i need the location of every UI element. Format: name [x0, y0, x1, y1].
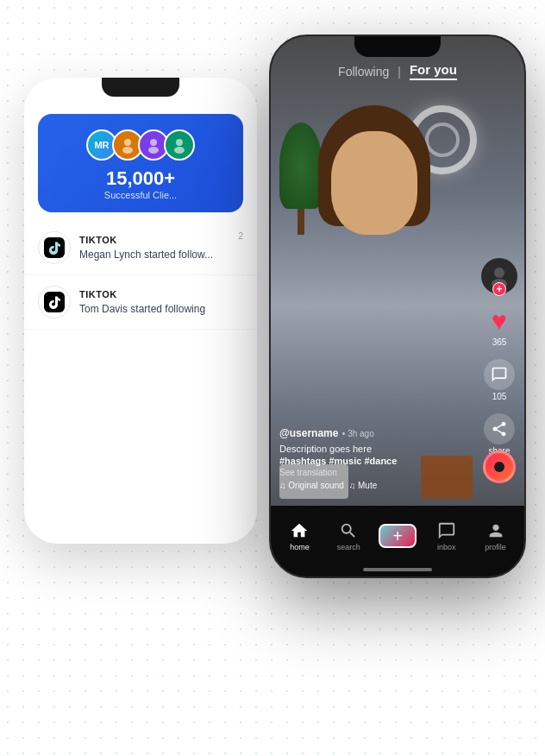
svg-point-5: [174, 147, 185, 154]
svg-rect-7: [44, 292, 65, 312]
comment-icon: [484, 359, 515, 390]
person-face-skin: [331, 131, 417, 235]
nav-create[interactable]: +: [373, 524, 423, 548]
header-divider: |: [398, 65, 401, 79]
back-phone-notch: [102, 78, 179, 97]
plus-icon: +: [392, 527, 403, 545]
tiktok-header: Following | For you: [271, 62, 524, 80]
tiktok-icon-1: [38, 231, 71, 264]
video-description: Description goes here: [279, 443, 477, 456]
search-icon: [339, 521, 358, 540]
svg-point-2: [150, 139, 157, 146]
heart-icon: ♥: [492, 306, 507, 336]
plant-decoration: [279, 123, 323, 226]
avatar-3: [164, 129, 195, 161]
home-label: home: [290, 543, 310, 551]
music-disc: [483, 450, 516, 483]
video-username: @username: [279, 427, 338, 439]
profile-icon: [486, 521, 505, 540]
profile-avatar: +: [481, 258, 517, 294]
stats-card: MR 15,000+ Successful Clie...: [38, 114, 243, 212]
plant-stem: [298, 209, 304, 235]
inbox-icon: [437, 521, 456, 540]
nav-home[interactable]: home: [275, 521, 324, 551]
tiktok-icon-2: [38, 286, 71, 318]
video-time: • 3h ago: [342, 429, 374, 438]
plant-leaves: [279, 123, 323, 209]
mute-label[interactable]: ♫ Mute: [349, 481, 378, 490]
share-action[interactable]: share: [484, 413, 515, 456]
notification-item-2: TIKTOK Tom Davis started following: [24, 275, 257, 330]
video-hashtags: #hashtags #music #dance: [279, 456, 477, 466]
svg-rect-6: [44, 237, 65, 258]
nav-inbox[interactable]: inbox: [422, 521, 471, 551]
tiktok-bottom-nav: home search + inbox profile: [271, 506, 524, 576]
svg-point-0: [124, 139, 131, 146]
search-label: search: [337, 543, 360, 551]
ring-light-inner: [425, 123, 460, 157]
stats-subtitle: Successful Clie...: [52, 190, 229, 200]
home-icon: [290, 521, 309, 540]
audio-label: ♫ Original sound: [279, 481, 344, 490]
follow-plus-icon: +: [492, 282, 506, 296]
back-phone: MR 15,000+ Successful Clie...: [24, 78, 257, 544]
avatar-group: MR: [52, 129, 229, 161]
following-tab[interactable]: Following: [338, 65, 389, 79]
nav-search[interactable]: search: [324, 521, 373, 551]
notification-message-2: Tom Davis started following: [79, 303, 243, 315]
notification-text-1: TIKTOK 2 Megan Lynch started follow...: [79, 231, 243, 261]
video-audio: ♫ Original sound ♫ Mute: [279, 481, 477, 490]
like-count: 365: [492, 337, 507, 347]
notification-text-2: TIKTOK Tom Davis started following: [79, 286, 243, 315]
like-action[interactable]: ♥ 365: [492, 306, 507, 347]
music-disc-center: [494, 462, 504, 472]
nav-profile[interactable]: profile: [471, 521, 520, 551]
front-phone-notch: [354, 36, 441, 57]
tiktok-actions: + ♥ 365 105 share: [481, 258, 517, 456]
svg-point-4: [176, 139, 183, 146]
comment-action[interactable]: 105: [484, 359, 515, 401]
share-icon: [484, 413, 515, 444]
profile-label: profile: [485, 543, 506, 551]
front-phone: Following | For you + ♥ 365 105: [269, 35, 526, 578]
create-button-wrapper: +: [379, 524, 417, 548]
comment-count: 105: [492, 392, 507, 401]
person-figure: [318, 105, 430, 278]
notification-item-1: TIKTOK 2 Megan Lynch started follow...: [24, 221, 257, 275]
home-indicator: [363, 568, 432, 571]
svg-point-1: [122, 147, 133, 154]
back-phone-content: MR 15,000+ Successful Clie...: [24, 97, 257, 330]
svg-point-8: [494, 268, 504, 278]
svg-point-3: [148, 147, 159, 154]
inbox-label: inbox: [437, 543, 456, 551]
for-you-tab[interactable]: For you: [410, 62, 457, 80]
tiktok-video-info: @username • 3h ago Description goes here…: [279, 425, 477, 490]
stats-number: 15,000+: [52, 167, 229, 190]
see-translation[interactable]: See translation: [279, 468, 477, 477]
notification-message-1: Megan Lynch started follow...: [79, 249, 243, 261]
profile-action[interactable]: +: [481, 258, 517, 294]
create-plus-button[interactable]: +: [379, 524, 417, 548]
